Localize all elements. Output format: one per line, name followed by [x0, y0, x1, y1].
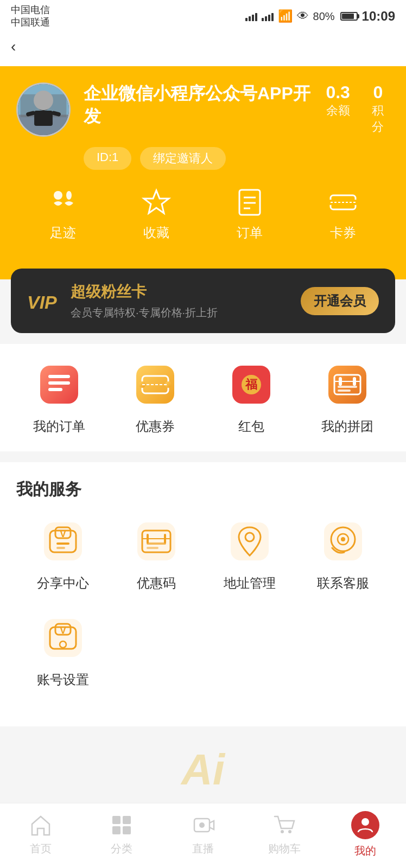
svg-point-8: [66, 191, 72, 200]
nav-category[interactable]: 分类: [81, 813, 163, 856]
home-icon: [29, 813, 53, 837]
vip-open-button[interactable]: 开通会员: [301, 287, 379, 315]
coupon-label: 卡券: [330, 224, 356, 241]
svg-point-67: [199, 822, 205, 828]
my-services-title: 我的服务: [16, 478, 390, 501]
avatar-image: [18, 82, 69, 137]
nav-profile[interactable]: 我的: [325, 811, 406, 858]
svg-rect-62: [112, 816, 120, 824]
avatar[interactable]: [16, 82, 71, 137]
address-label: 地址管理: [224, 575, 276, 592]
vip-info: 超级粉丝卡 会员专属特权·专属价格·折上折: [71, 282, 218, 320]
footprint-label: 足迹: [50, 224, 76, 241]
vip-title: 超级粉丝卡: [71, 282, 218, 302]
nav-home[interactable]: 首页: [0, 813, 81, 856]
share-center-icon: V: [39, 517, 87, 566]
address-icon: [225, 517, 274, 566]
svg-point-68: [281, 830, 284, 833]
profile-nav-icon: [351, 811, 379, 839]
balance-stat: 0.3 余额: [326, 82, 350, 135]
profile-stats: 0.3 余额 0 积分: [326, 82, 390, 135]
service-address[interactable]: 地址管理: [203, 517, 296, 592]
profile-top: 企业微信小程序公众号APP开发 0.3 余额 0 积分 ID:1 绑定邀请人: [16, 82, 390, 170]
action-order[interactable]: 订单: [233, 186, 266, 241]
back-button[interactable]: ‹: [11, 38, 16, 55]
account-settings-icon: V: [39, 614, 87, 662]
svg-rect-34: [339, 377, 342, 386]
service-account-settings[interactable]: V 账号设置: [16, 614, 110, 688]
carrier-info: 中国电信 中国联通: [11, 4, 50, 29]
cart-label: 购物车: [268, 841, 301, 856]
service-icons-row: 我的订单: [0, 344, 406, 451]
svg-point-7: [54, 191, 62, 200]
svg-point-3: [36, 97, 50, 111]
signal2-icon: [262, 11, 274, 21]
service-coupon[interactable]: 优惠券: [107, 360, 203, 435]
quick-actions: 足迹 收藏 订单: [16, 170, 390, 252]
signal1-icon: [245, 11, 257, 21]
svg-rect-47: [147, 534, 149, 544]
action-favorites[interactable]: 收藏: [140, 186, 173, 241]
service-customer-service[interactable]: 联系客服: [296, 517, 390, 592]
service-share-center[interactable]: V 分享中心: [16, 517, 110, 592]
main-content: 我的订单: [0, 344, 406, 868]
service-grid: 我的订单: [11, 360, 395, 435]
points-stat: 0 积分: [366, 82, 390, 135]
svg-rect-48: [164, 534, 166, 544]
profile-info-block: 企业微信小程序公众号APP开发 0.3 余额 0 积分 ID:1 绑定邀请人: [84, 82, 390, 170]
order-icon: [233, 186, 266, 219]
service-redpacket[interactable]: 福 红包: [203, 360, 299, 435]
svg-rect-49: [147, 542, 166, 545]
svg-rect-43: [56, 547, 65, 549]
wifi-icon: 📶: [278, 9, 293, 23]
svg-text:福: 福: [245, 378, 257, 391]
coupon-label2: 优惠券: [136, 418, 175, 435]
svg-point-56: [341, 537, 345, 541]
service-group-buy[interactable]: 我的拼团: [299, 360, 395, 435]
redpacket-label: 红包: [238, 418, 264, 435]
order-label: 订单: [237, 224, 263, 241]
svg-point-70: [361, 818, 369, 826]
customer-service-label: 联系客服: [317, 575, 369, 592]
battery-label: 80%: [313, 10, 335, 23]
category-icon: [110, 813, 134, 837]
username: 企业微信小程序公众号APP开发: [84, 82, 326, 127]
svg-rect-36: [338, 386, 357, 388]
bind-inviter-tag[interactable]: 绑定邀请人: [140, 147, 226, 170]
discount-code-label: 优惠码: [137, 575, 176, 592]
service-discount-code[interactable]: 优惠码: [110, 517, 203, 592]
bottom-nav: 首页 分类 直播: [0, 803, 406, 868]
group-buy-label: 我的拼团: [321, 418, 373, 435]
discount-code-icon: [132, 517, 181, 566]
points-value: 0: [366, 82, 390, 103]
cart-icon: [272, 813, 296, 837]
svg-rect-42: [56, 542, 69, 545]
svg-rect-64: [112, 826, 120, 834]
svg-text:VIP: VIP: [27, 292, 57, 312]
ai-watermark-area: Ai: [0, 737, 406, 802]
balance-value: 0.3: [326, 82, 350, 103]
svg-rect-37: [338, 390, 351, 392]
battery-icon: [340, 12, 358, 21]
vip-card: VIP 超级粉丝卡 会员专属特权·专属价格·折上折 开通会员: [11, 269, 395, 333]
live-icon: [191, 813, 215, 837]
nav-cart[interactable]: 购物车: [244, 813, 325, 856]
balance-label: 余额: [326, 103, 350, 119]
eye-icon: 👁: [297, 9, 309, 23]
share-center-label: 分享中心: [37, 575, 89, 592]
service-my-order[interactable]: 我的订单: [11, 360, 107, 435]
vip-badge: VIP: [27, 289, 60, 313]
action-coupon[interactable]: 卡券: [327, 186, 359, 241]
category-label: 分类: [111, 841, 132, 856]
action-footprint[interactable]: 足迹: [47, 186, 79, 241]
status-right: 📶 👁 80% 10:09: [245, 9, 395, 24]
nav-live[interactable]: 直播: [162, 813, 244, 856]
profile-label: 我的: [354, 844, 376, 858]
svg-rect-50: [147, 547, 158, 549]
profile-header: 企业微信小程序公众号APP开发 0.3 余额 0 积分 ID:1 绑定邀请人: [0, 66, 406, 279]
my-order-label: 我的订单: [33, 418, 85, 435]
svg-point-69: [288, 830, 291, 833]
svg-rect-63: [123, 816, 131, 824]
my-order-icon: [35, 360, 84, 409]
coupon-icon: [327, 186, 359, 219]
